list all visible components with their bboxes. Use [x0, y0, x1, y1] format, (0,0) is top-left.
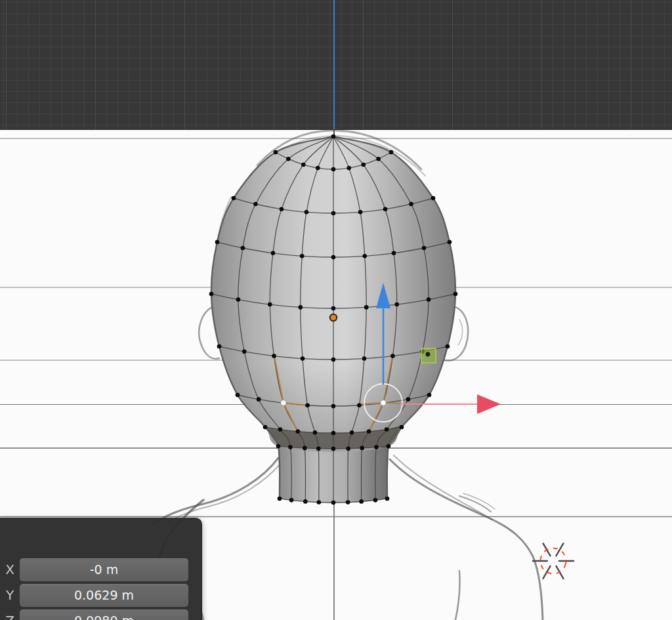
- move-operator-panel[interactable]: X -0 m Y 0.0629 m Z 0.0980 m: [0, 518, 202, 620]
- active-vertex[interactable]: [381, 400, 386, 405]
- transform-row-y: Y 0.0629 m: [0, 584, 201, 607]
- transform-row-x: X -0 m: [0, 558, 201, 581]
- axis-x-label: X: [3, 558, 17, 581]
- object-origin-icon: [330, 314, 337, 321]
- move-y-field[interactable]: 0.0629 m: [20, 584, 188, 607]
- transform-row-z: Z 0.0980 m: [0, 610, 201, 620]
- mesh-vertex-over-handle: [426, 352, 430, 357]
- axis-z-label: Z: [3, 610, 17, 620]
- move-x-field[interactable]: -0 m: [20, 558, 188, 581]
- plain-axes-empty[interactable]: [533, 543, 574, 579]
- x-arrow-head[interactable]: [477, 394, 501, 414]
- selected-vertex[interactable]: [281, 400, 286, 405]
- blender-3d-viewport[interactable]: X -0 m Y 0.0629 m Z 0.0980 m: [0, 0, 672, 620]
- move-z-field[interactable]: 0.0980 m: [20, 610, 188, 620]
- axis-y-label: Y: [3, 584, 17, 607]
